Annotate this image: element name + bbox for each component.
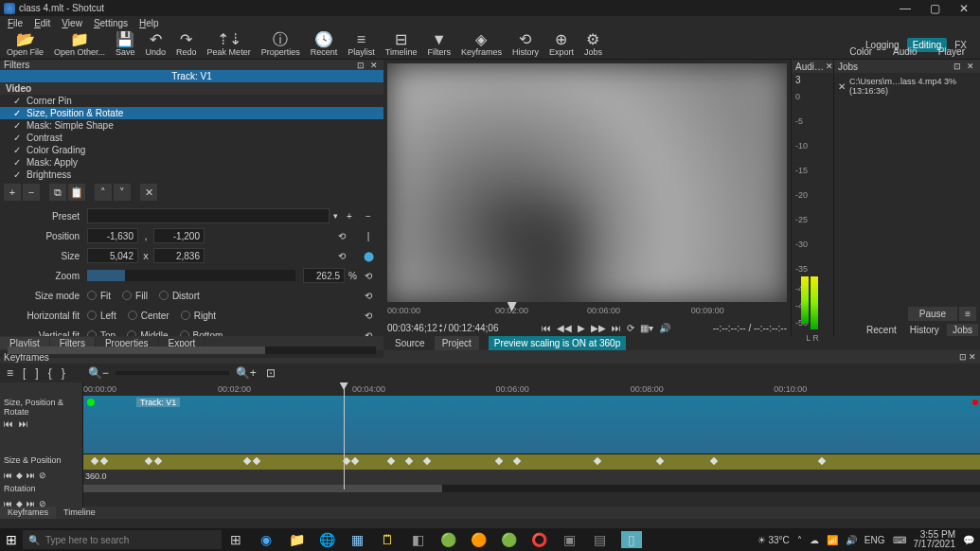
kf-param-next[interactable]: ⏭ xyxy=(27,471,35,482)
kf-close[interactable]: ✕ xyxy=(969,352,976,362)
kf-set-start-button[interactable]: [ xyxy=(20,366,28,380)
clip-start-handle[interactable] xyxy=(87,399,95,406)
taskbar-notes[interactable]: 🗒 xyxy=(379,531,396,548)
right-tab-history[interactable]: History xyxy=(904,324,945,336)
taskbar-app-4[interactable]: ◧ xyxy=(409,531,426,548)
keyframe-marker[interactable] xyxy=(100,457,108,465)
tray-wifi-icon[interactable]: 📶 xyxy=(827,535,838,545)
keyframe-marker[interactable] xyxy=(594,457,601,465)
keyframe-marker[interactable] xyxy=(656,457,664,465)
preview-source-tab[interactable]: Source xyxy=(387,336,433,350)
start-button[interactable]: ⊞ xyxy=(0,528,23,551)
keyframe-marker[interactable] xyxy=(710,457,718,465)
preview-scrubber[interactable]: 00:00:00 00:02:00 00:06:00 00:09:00 xyxy=(387,306,787,319)
taskbar-opera[interactable]: ⭕ xyxy=(530,531,547,548)
kf-zoom-fit-button[interactable]: ⊡ xyxy=(263,366,278,380)
move-filter-down-button[interactable]: ˅ xyxy=(114,184,131,201)
menu-help[interactable]: Help xyxy=(135,18,163,28)
right-tab-recent[interactable]: Recent xyxy=(861,324,902,336)
weather-widget[interactable]: ☀ 33°C xyxy=(757,535,790,545)
kf-zoom-out-button[interactable]: 🔍− xyxy=(85,366,112,380)
menu-settings[interactable]: Settings xyxy=(90,18,132,28)
zoom-menu-button[interactable]: ▦▾ xyxy=(638,323,655,333)
kf-param-toggle[interactable]: ◆ xyxy=(16,471,23,482)
size-w-input[interactable] xyxy=(87,248,138,263)
menu-file[interactable]: File xyxy=(4,18,27,28)
panel-undock-button[interactable]: ⊡ xyxy=(355,61,366,70)
cancel-job-icon[interactable]: ✕ xyxy=(838,81,846,92)
size-mode-distort[interactable]: Distort xyxy=(159,291,200,301)
tool-open-file[interactable]: 📂Open File xyxy=(2,30,48,59)
kf-prev-button[interactable]: { xyxy=(45,366,55,380)
kf-menu-button[interactable]: ≡ xyxy=(4,366,16,380)
preview-scaling-notice[interactable]: Preview scaling is ON at 360p xyxy=(489,336,626,350)
tool-redo[interactable]: ↷Redo xyxy=(171,30,202,59)
filter-props-scrollbar[interactable] xyxy=(8,347,376,354)
jobs-close[interactable]: ✕ xyxy=(965,62,976,71)
keyframe-marker[interactable] xyxy=(91,457,98,465)
tool-jobs[interactable]: ⚙Jobs xyxy=(579,30,607,59)
taskbar-search[interactable]: 🔍Type here to search xyxy=(23,530,222,549)
kf-set-end-button[interactable]: ] xyxy=(32,366,41,380)
size-mode-fill[interactable]: Fill xyxy=(122,291,148,301)
minimize-button[interactable]: — xyxy=(900,2,911,15)
tool-playlist[interactable]: ≡Playlist xyxy=(343,30,380,59)
hfit-left[interactable]: Left xyxy=(87,311,116,321)
notifications-button[interactable]: 💬 xyxy=(963,535,974,545)
keyframe-marker[interactable] xyxy=(154,457,162,465)
right-tab-jobs[interactable]: Jobs xyxy=(947,324,978,336)
taskbar-shotcut[interactable]: ▯ xyxy=(621,531,642,548)
layout-player[interactable]: Player xyxy=(929,44,974,59)
tool-export[interactable]: ⊕Export xyxy=(544,30,579,59)
layout-audio[interactable]: Audio xyxy=(883,44,927,59)
size-reset-button[interactable]: ⟲ xyxy=(334,248,349,263)
position-x-input[interactable] xyxy=(87,228,138,243)
kf-track-prev[interactable]: ⏮ xyxy=(4,418,13,429)
size-position-keyframe-track[interactable] xyxy=(83,454,980,470)
taskbar-app-5[interactable]: 🟠 xyxy=(470,531,487,548)
rewind-button[interactable]: ◀◀ xyxy=(555,323,574,333)
tray-lang[interactable]: ENG xyxy=(864,535,885,545)
keyframe-marker[interactable] xyxy=(351,457,359,465)
delete-preset-button[interactable]: − xyxy=(361,208,376,223)
clip-end-handle[interactable] xyxy=(972,400,978,405)
tool-recent[interactable]: 🕓Recent xyxy=(306,30,343,59)
timeline-scrollbar[interactable] xyxy=(83,485,980,492)
tray-expand[interactable]: ˄ xyxy=(797,535,802,545)
move-filter-up-button[interactable]: ˄ xyxy=(95,184,112,201)
position-reset-button[interactable]: ⟲ xyxy=(334,228,349,243)
tool-peak-meter[interactable]: ⇡⇣Peak Meter xyxy=(203,30,256,59)
keyframe-marker[interactable] xyxy=(405,457,413,465)
taskbar-app-1[interactable]: ◉ xyxy=(258,531,275,548)
filter-item-2[interactable]: ✓Mask: Simple Shape xyxy=(0,119,383,132)
kf-zoom-slider[interactable] xyxy=(116,371,229,375)
hfit-reset-button[interactable]: ⟲ xyxy=(361,308,376,323)
paste-filter-button[interactable]: 📋 xyxy=(68,184,85,201)
maximize-button[interactable]: ▢ xyxy=(930,2,940,15)
layout-color[interactable]: Color xyxy=(840,44,882,59)
kf-param-prev[interactable]: ⏮ xyxy=(4,471,12,482)
taskbar-app-7[interactable]: ▤ xyxy=(591,531,608,548)
filter-item-0[interactable]: ✓Corner Pin xyxy=(0,95,383,107)
menu-view[interactable]: View xyxy=(58,18,86,28)
size-h-input[interactable] xyxy=(153,248,205,263)
keyframe-marker[interactable] xyxy=(512,457,520,465)
zoom-reset-button[interactable]: ⟲ xyxy=(361,268,376,283)
timecode-spinner[interactable]: ▴▾ xyxy=(439,322,442,333)
keyframe-marker[interactable] xyxy=(423,457,431,465)
task-view-icon[interactable]: ⊞ xyxy=(227,531,244,548)
hfit-right[interactable]: Right xyxy=(181,311,216,321)
volume-button[interactable]: 🔊 xyxy=(657,323,672,333)
loop-button[interactable]: ⟳ xyxy=(625,323,636,333)
preset-select[interactable] xyxy=(87,208,330,223)
jobs-menu-button[interactable]: ≡ xyxy=(959,307,976,321)
kf-next-button[interactable]: } xyxy=(59,366,68,380)
copy-filter-button[interactable]: ⧉ xyxy=(49,184,66,201)
tray-volume-icon[interactable]: 🔊 xyxy=(846,535,857,545)
jobs-undock[interactable]: ⊡ xyxy=(952,62,963,71)
tool-open-other[interactable]: 📁Open Other... xyxy=(49,30,110,59)
keyframe-marker[interactable] xyxy=(145,457,152,465)
position-y-input[interactable] xyxy=(153,228,205,243)
kf-zoom-in-button[interactable]: 🔍+ xyxy=(233,366,259,380)
kf-rot-prev[interactable]: ⏮ xyxy=(4,499,12,510)
